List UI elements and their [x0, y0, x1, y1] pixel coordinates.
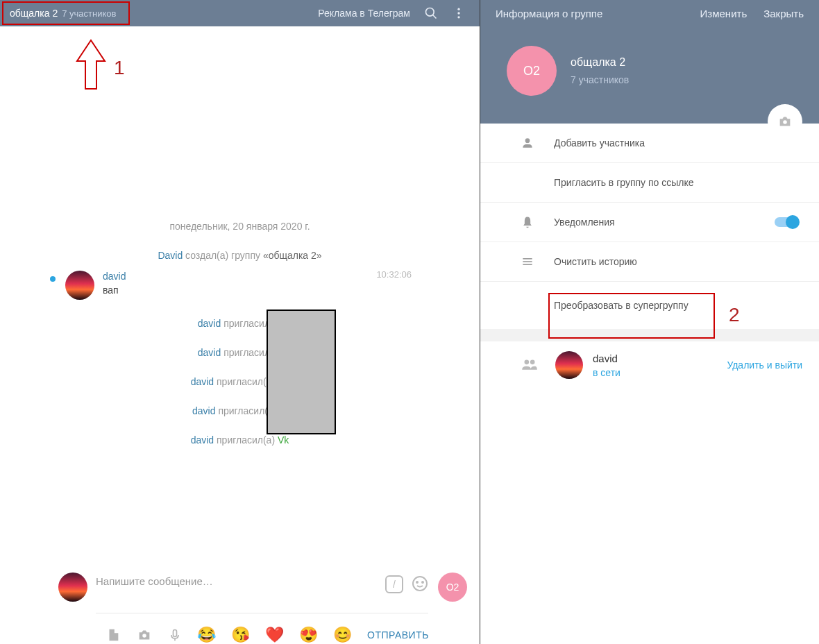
- message-time: 10:32:06: [376, 269, 412, 280]
- camera-icon[interactable]: [136, 627, 153, 643]
- self-avatar[interactable]: [58, 573, 87, 602]
- message-text: вап: [103, 285, 467, 296]
- system-created-message: David создал(а) группу «общалка 2»: [0, 250, 480, 261]
- message-sender[interactable]: david: [103, 271, 467, 282]
- group-avatar-large[interactable]: О2: [507, 46, 557, 96]
- chat-title: общалка 2: [10, 8, 58, 19]
- svg-line-1: [433, 15, 437, 19]
- group-avatar-badge[interactable]: О2: [438, 573, 467, 602]
- composer-toolbar: 😂 😘 ❤️ 😍 😊 ОТПРАВИТЬ: [0, 613, 480, 644]
- invite-link-button[interactable]: Пригласить в группу по ссылке: [480, 163, 819, 203]
- microphone-icon[interactable]: [168, 627, 182, 643]
- emoji-laugh-icon[interactable]: 😂: [197, 626, 216, 644]
- group-options: Добавить участника Пригласить в группу п…: [480, 124, 819, 389]
- info-panel-header: Информация о группе Изменить Закрыть: [480, 0, 819, 26]
- redacted-block: [267, 310, 336, 434]
- toggle-switch[interactable]: [775, 217, 798, 227]
- message-row: david вап 10:32:06: [0, 261, 480, 300]
- member-avatar[interactable]: [555, 351, 583, 379]
- date-separator: понедельник, 20 января 2020 г.: [0, 221, 480, 232]
- member-status: в сети: [593, 367, 620, 378]
- annotation-label-2: 2: [729, 304, 740, 326]
- member-name: david: [593, 353, 620, 364]
- group-members-text: 7 участников: [571, 74, 629, 85]
- more-vertical-icon[interactable]: [452, 6, 466, 20]
- message-input[interactable]: Напишите сообщение… /: [96, 575, 428, 613]
- group-name: общалка 2: [571, 56, 629, 69]
- emoji-heart-icon[interactable]: ❤️: [265, 626, 284, 644]
- bell-icon: [521, 215, 534, 229]
- svg-point-2: [457, 8, 459, 10]
- clear-history-button[interactable]: Очистить историю: [480, 242, 819, 282]
- info-panel-title: Информация о группе: [496, 8, 684, 19]
- svg-point-8: [142, 634, 146, 638]
- emoji-kiss-icon[interactable]: 😘: [231, 626, 250, 644]
- emoji-heart-eyes-icon[interactable]: 😍: [299, 626, 318, 644]
- message-composer: Напишите сообщение… / О2: [0, 564, 480, 613]
- format-icon[interactable]: /: [385, 575, 403, 593]
- notifications-toggle[interactable]: Уведомления: [480, 203, 819, 242]
- ad-link[interactable]: Реклама в Телеграм: [318, 8, 410, 19]
- svg-point-16: [530, 360, 535, 365]
- close-button[interactable]: Закрыть: [763, 8, 804, 19]
- menu-icon: [521, 255, 534, 269]
- edit-button[interactable]: Изменить: [700, 8, 748, 19]
- unread-dot-icon: [50, 276, 56, 282]
- group-profile: О2 общалка 2 7 участников: [480, 26, 819, 124]
- chat-header[interactable]: общалка 2 7 участников Реклама в Телегра…: [0, 0, 480, 26]
- chat-members-count: 7 участников: [62, 8, 116, 19]
- emoji-picker-icon[interactable]: [412, 575, 428, 593]
- member-row[interactable]: david в сети Удалить и выйти: [480, 341, 819, 389]
- svg-point-11: [525, 138, 530, 143]
- messages-area: понедельник, 20 января 2020 г. David соз…: [0, 26, 480, 564]
- svg-point-15: [525, 360, 530, 365]
- convert-supergroup-button[interactable]: Преобразовать в супергруппу: [480, 282, 819, 329]
- svg-point-4: [457, 16, 459, 18]
- section-divider: [480, 329, 819, 341]
- svg-rect-9: [174, 630, 177, 637]
- svg-point-6: [416, 582, 418, 583]
- svg-point-7: [422, 582, 423, 583]
- svg-point-5: [413, 577, 427, 591]
- leave-group-button[interactable]: Удалить и выйти: [727, 359, 802, 371]
- user-avatar[interactable]: [65, 271, 94, 300]
- svg-point-3: [457, 12, 459, 14]
- send-button[interactable]: ОТПРАВИТЬ: [367, 629, 429, 641]
- attach-file-icon[interactable]: [105, 627, 121, 643]
- emoji-blush-icon[interactable]: 😊: [333, 626, 352, 644]
- invite-messages: david пригласил(а) david пригласил(а) da…: [0, 318, 480, 446]
- search-icon[interactable]: [424, 6, 438, 20]
- svg-point-0: [426, 8, 434, 17]
- add-member-button[interactable]: Добавить участника: [480, 124, 819, 163]
- people-icon: [521, 358, 539, 372]
- person-icon: [521, 136, 534, 150]
